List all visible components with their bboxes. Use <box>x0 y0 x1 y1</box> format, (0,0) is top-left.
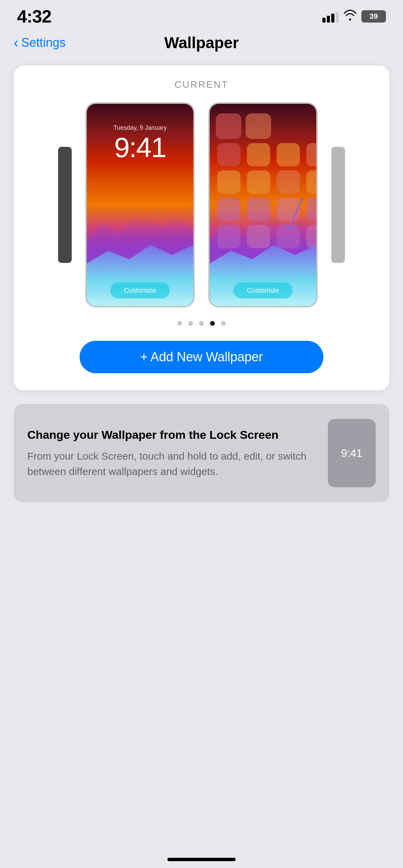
home-indicator <box>167 858 236 861</box>
app-icon <box>247 170 270 194</box>
lock-screen-wallpaper: Tuesday, 9 January 9:41 <box>87 104 193 306</box>
home-screen-preview[interactable]: Customize <box>208 102 318 307</box>
status-icons: 39 <box>322 9 386 24</box>
app-icon <box>247 225 270 248</box>
dot-2 <box>188 321 193 326</box>
dot-4-active <box>210 321 215 326</box>
dot-1 <box>177 321 182 326</box>
info-card-description: From your Lock Screen, touch and hold to… <box>27 448 316 479</box>
side-preview-left <box>58 147 72 263</box>
add-wallpaper-button[interactable]: + Add New Wallpaper <box>80 341 323 373</box>
app-icon <box>217 170 240 194</box>
info-phone-preview: 9:41 <box>328 419 376 487</box>
svg-line-0 <box>289 198 303 229</box>
wallpaper-card: CURRENT Tuesday, 9 January 9:41 Customiz… <box>14 66 389 390</box>
current-label: CURRENT <box>27 79 376 90</box>
wifi-icon <box>344 9 357 24</box>
app-icon <box>306 198 318 221</box>
dot-3 <box>199 321 204 326</box>
app-icon-empty <box>275 113 301 139</box>
page-dots <box>27 321 376 326</box>
status-time: 4:32 <box>17 6 51 27</box>
home-screen-wallpaper <box>210 104 316 306</box>
chevron-left-icon: ‹ <box>14 36 18 50</box>
nav-bar: ‹ Settings Wallpaper <box>0 30 403 59</box>
status-bar: 4:32 39 <box>0 0 403 30</box>
app-icon <box>277 170 300 194</box>
dot-5 <box>221 321 226 326</box>
app-icon <box>306 143 318 166</box>
app-icon <box>216 113 241 139</box>
app-icon <box>246 113 271 139</box>
app-icon <box>217 143 240 166</box>
lock-screen-date: Tuesday, 9 January <box>96 124 184 131</box>
lock-customize-button[interactable]: Customize <box>110 282 170 298</box>
app-icon <box>217 225 240 248</box>
side-preview-right <box>331 147 345 263</box>
app-icon <box>247 143 270 166</box>
main-content: CURRENT Tuesday, 9 January 9:41 Customiz… <box>0 59 403 516</box>
previews-container: Tuesday, 9 January 9:41 Customize <box>27 102 376 307</box>
app-icon <box>277 143 300 166</box>
app-icon <box>217 198 240 221</box>
back-label: Settings <box>21 36 66 50</box>
info-card-title: Change your Wallpaper from the Lock Scre… <box>27 427 316 442</box>
app-icon <box>247 198 270 221</box>
app-icon <box>306 170 318 194</box>
lock-screen-preview[interactable]: Tuesday, 9 January 9:41 Customize <box>85 102 195 307</box>
lock-screen-time: 9:41 <box>96 134 184 162</box>
signal-bars-icon <box>322 10 339 23</box>
app-icon-empty <box>305 113 318 139</box>
app-icon <box>306 225 318 248</box>
battery-icon: 39 <box>361 10 386 23</box>
info-card: Change your Wallpaper from the Lock Scre… <box>14 404 389 502</box>
arrow-annotation <box>279 195 306 236</box>
home-customize-button[interactable]: Customize <box>233 282 293 298</box>
back-button[interactable]: ‹ Settings <box>14 36 66 50</box>
info-preview-time: 9:41 <box>341 447 362 460</box>
page-title: Wallpaper <box>164 33 239 52</box>
info-text: Change your Wallpaper from the Lock Scre… <box>27 427 316 479</box>
